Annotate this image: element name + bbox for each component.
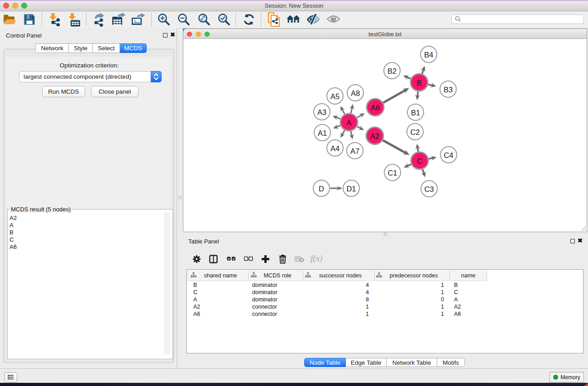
svg-text:B1: B1 [411, 109, 420, 117]
svg-text:C1: C1 [387, 169, 397, 177]
svg-text:B3: B3 [444, 86, 453, 94]
svg-text:A8: A8 [351, 89, 360, 97]
svg-text:A2: A2 [370, 132, 379, 140]
svg-text:A: A [346, 119, 351, 127]
svg-text:C2: C2 [410, 128, 420, 136]
svg-text:D: D [319, 185, 324, 193]
svg-text:A1: A1 [318, 129, 327, 137]
svg-text:A6: A6 [371, 104, 380, 112]
svg-text:B: B [416, 79, 421, 87]
svg-text:A3: A3 [317, 108, 326, 116]
svg-text:A5: A5 [330, 92, 339, 100]
svg-text:C4: C4 [444, 151, 453, 159]
svg-text:B4: B4 [424, 51, 433, 59]
svg-text:B2: B2 [387, 67, 397, 75]
svg-text:A7: A7 [350, 147, 359, 155]
svg-text:C3: C3 [424, 185, 434, 193]
svg-text:D1: D1 [346, 185, 356, 193]
svg-text:A4: A4 [330, 144, 339, 152]
svg-text:C: C [417, 157, 422, 165]
